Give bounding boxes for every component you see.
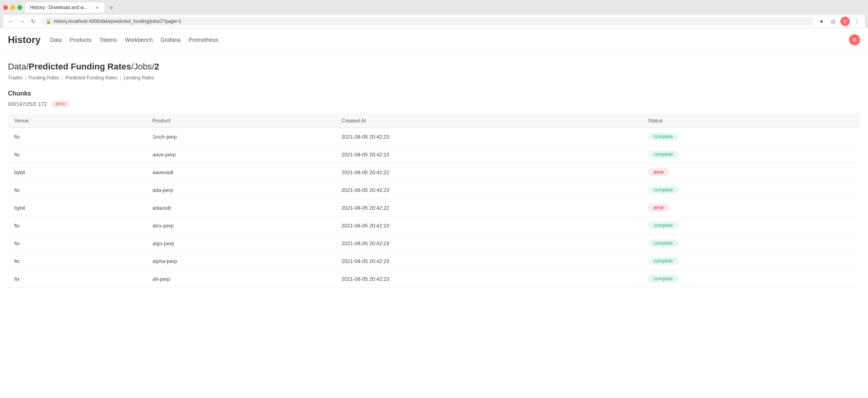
cell-status: error [642,163,860,181]
chunks-stats-row: 0/0/147/25/Σ 172 error [8,100,860,107]
browser-titlebar: History · Download and w... ✕ + [3,2,865,13]
cell-venue: ftx [8,235,146,252]
cell-created-at: 2021-08-05 20:42:23 [335,252,642,270]
reload-button[interactable]: ↻ [28,17,38,26]
cell-product: adausdt [146,199,335,217]
app-logo: History [8,34,41,45]
nav-buttons: ← → ↻ [6,17,38,26]
nav-grafana[interactable]: Grafana [160,37,181,43]
page-title: Data/Predicted Funding Rates/Jobs/2 [8,62,860,72]
new-tab-button[interactable]: + [107,3,116,13]
title-data: Data [8,62,26,71]
app-container: History Data Products Tokens Workbench G… [0,28,868,398]
status-badge: complete [648,275,679,283]
status-badge: error [648,204,669,212]
nav-workbench[interactable]: Workbench [125,37,153,43]
browser-action-buttons: ★ ◎ O ⋮ [817,17,862,26]
table-header-row: Venue Product Created At Status [8,114,860,128]
chunks-section: Chunks 0/0/147/25/Σ 172 error [8,90,860,107]
table-row[interactable]: ftxada-perp2021-08-05 20:42:23complete [8,181,860,199]
table-row[interactable]: ftxalgo-perp2021-08-05 20:42:23complete [8,235,860,252]
cell-created-at: 2021-08-05 20:42:23 [335,128,642,146]
status-badge: complete [648,150,679,158]
active-tab[interactable]: History · Download and w... ✕ [25,2,104,13]
breadcrumb-sep-1: | [25,75,26,81]
data-table: Venue Product Created At Status ftx1inch… [8,114,860,288]
status-badge: complete [648,222,679,229]
cell-created-at: 2021-08-05 20:42:23 [335,270,642,288]
app-header: History Data Products Tokens Workbench G… [0,28,868,52]
forward-button[interactable]: → [17,17,27,26]
chunks-title: Chunks [8,90,860,97]
table-row[interactable]: ftxaave-perp2021-08-05 20:42:23complete [8,146,860,163]
table-row[interactable]: ftxalt-perp2021-08-05 20:42:23complete [8,270,860,288]
browser-chrome: History · Download and w... ✕ + ← → ↻ 🔒 … [0,0,868,28]
cell-product: alpha-perp [146,252,335,270]
table-head: Venue Product Created At Status [8,114,860,128]
address-bar-container: ← → ↻ 🔒 history.localhost:4000/data/pred… [3,15,865,28]
cell-venue: bybit [8,163,146,181]
cell-created-at: 2021-08-05 20:42:23 [335,146,642,163]
nav-prometheus[interactable]: Prometheus [189,37,218,43]
status-badge: error [648,168,669,176]
app-nav: Data Products Tokens Workbench Grafana P… [50,37,219,43]
title-jobs: Jobs [134,62,152,71]
menu-button[interactable]: ⋮ [852,17,862,26]
user-avatar-app[interactable]: O [849,34,860,45]
cell-venue: bybit [8,199,146,217]
bookmark-button[interactable]: ★ [817,17,826,26]
cell-product: aave-perp [146,146,335,163]
profile-initial: O [843,19,847,24]
back-button[interactable]: ← [6,17,16,26]
breadcrumb-trades[interactable]: Trades [8,75,23,81]
cell-created-at: 2021-08-05 20:42:22 [335,163,642,181]
table-row[interactable]: bybitaaveusdt2021-08-05 20:42:22error [8,163,860,181]
chunks-error-badge: error [51,100,69,107]
lock-icon: 🔒 [46,19,51,24]
cell-venue: ftx [8,128,146,146]
cell-venue: ftx [8,146,146,163]
cell-created-at: 2021-08-05 20:42:23 [335,217,642,235]
cell-product: alt-perp [146,270,335,288]
breadcrumb-funding-rates[interactable]: Funding Rates [28,75,59,81]
tab-title: History · Download and w... [30,5,92,10]
cell-product: 1inch-perp [146,128,335,146]
window-controls [3,5,22,10]
breadcrumb-lending-rates[interactable]: Lending Rates [123,75,154,81]
cell-venue: ftx [8,252,146,270]
cell-product: alcx-perp [146,217,335,235]
cell-venue: ftx [8,270,146,288]
profile-avatar[interactable]: O [840,17,850,26]
breadcrumb-predicted-funding-rates[interactable]: Predicted Funding Rates [65,75,117,81]
window-maximize-button[interactable] [17,5,22,10]
table-row[interactable]: ftx1inch-perp2021-08-05 20:42:23complete [8,128,860,146]
breadcrumb: Trades | Funding Rates | Predicted Fundi… [8,75,860,81]
col-product: Product [146,114,335,128]
table-row[interactable]: ftxalpha-perp2021-08-05 20:42:23complete [8,252,860,270]
header-right: O [849,34,860,45]
tab-close-icon[interactable]: ✕ [94,5,100,10]
cell-created-at: 2021-08-05 20:42:23 [335,181,642,199]
status-badge: complete [648,186,679,194]
extensions-button[interactable]: ◎ [828,17,838,26]
table-row[interactable]: bybitadausdt2021-08-05 20:42:22error [8,199,860,217]
col-venue: Venue [8,114,146,128]
cell-status: complete [642,146,860,163]
cell-status: complete [642,181,860,199]
table-row[interactable]: ftxalcx-perp2021-08-05 20:42:23complete [8,217,860,235]
user-initial: O [853,38,857,42]
window-close-button[interactable] [3,5,8,10]
cell-status: complete [642,235,860,252]
cell-created-at: 2021-08-05 20:42:22 [335,199,642,217]
nav-products[interactable]: Products [70,37,91,43]
cell-product: algo-perp [146,235,335,252]
url-bar[interactable]: 🔒 history.localhost:4000/data/predicted_… [41,17,813,26]
cell-product: ada-perp [146,181,335,199]
window-minimize-button[interactable] [10,5,15,10]
chunks-numbers: 0/0/147/25/Σ 172 [8,101,47,107]
cell-status: complete [642,252,860,270]
main-content: Data/Predicted Funding Rates/Jobs/2 Trad… [0,52,868,297]
nav-tokens[interactable]: Tokens [100,37,117,43]
col-status: Status [642,114,860,128]
nav-data[interactable]: Data [50,37,62,43]
